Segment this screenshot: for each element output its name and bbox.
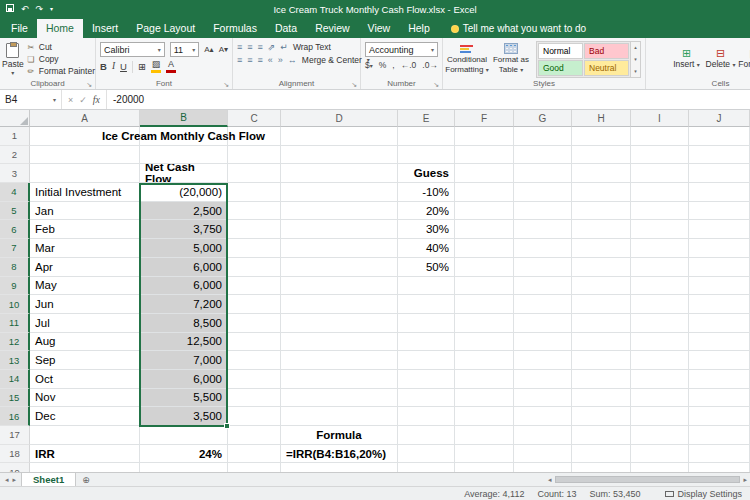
cell-J17[interactable] (689, 426, 750, 445)
ribbon-tab-review[interactable]: Review (306, 19, 358, 38)
align-right-icon[interactable]: ≡ (258, 56, 263, 65)
undo-icon[interactable]: ↶ (21, 5, 29, 14)
cell-D9[interactable] (281, 277, 398, 296)
new-sheet-button[interactable]: ⊕ (76, 473, 96, 486)
cell-I13[interactable] (631, 351, 689, 370)
cell-I18[interactable] (631, 445, 689, 464)
cell-C6[interactable] (228, 220, 281, 239)
cell-F15[interactable] (455, 389, 514, 408)
cell-A7[interactable]: Mar (30, 239, 140, 258)
cancel-icon[interactable]: × (68, 95, 73, 105)
cell-F10[interactable] (455, 295, 514, 314)
format-as-table-button[interactable]: Format as Table ▾ (489, 43, 533, 74)
cell-C12[interactable] (228, 333, 281, 352)
cell-D3[interactable] (281, 164, 398, 183)
cell-G9[interactable] (514, 277, 572, 296)
column-header-E[interactable]: E (398, 110, 455, 127)
cell-E7[interactable]: 40% (398, 239, 455, 258)
column-header-D[interactable]: D (281, 110, 398, 127)
cell-H12[interactable] (572, 333, 631, 352)
cell-C16[interactable] (228, 407, 281, 426)
cell-C8[interactable] (228, 258, 281, 277)
cell-C19[interactable] (228, 463, 281, 472)
row-header-3[interactable]: 3 (0, 164, 30, 183)
cell-A15[interactable]: Nov (30, 389, 140, 408)
cell-G11[interactable] (514, 314, 572, 333)
cell-B5[interactable]: 2,500 (140, 202, 228, 221)
cell-I5[interactable] (631, 202, 689, 221)
cell-F13[interactable] (455, 351, 514, 370)
cell-C10[interactable] (228, 295, 281, 314)
paste-caret-icon[interactable]: ▾ (11, 70, 14, 76)
cell-I7[interactable] (631, 239, 689, 258)
cell-E6[interactable]: 30% (398, 220, 455, 239)
row-header-9[interactable]: 9 (0, 277, 30, 296)
cell-H10[interactable] (572, 295, 631, 314)
redo-icon[interactable]: ↷ (36, 5, 44, 14)
name-box-caret-icon[interactable]: ▾ (53, 96, 56, 103)
cell-E8[interactable]: 50% (398, 258, 455, 277)
cell-H4[interactable] (572, 183, 631, 202)
ribbon-tab-view[interactable]: View (359, 19, 400, 38)
cell-D18[interactable]: =IRR(B4:B16,20%) (281, 445, 398, 464)
cell-C14[interactable] (228, 370, 281, 389)
cell-F8[interactable] (455, 258, 514, 277)
cell-E13[interactable] (398, 351, 455, 370)
cell-J16[interactable] (689, 407, 750, 426)
insert-cells-button[interactable]: ⊞ Insert ▾ (670, 40, 704, 78)
sheet-nav-right-icon[interactable]: ▸ (13, 476, 17, 484)
row-header-14[interactable]: 14 (0, 370, 30, 389)
cell-G7[interactable] (514, 239, 572, 258)
paste-button[interactable]: Paste ▾ (2, 40, 24, 78)
cell-A3[interactable] (30, 164, 140, 183)
cell-G14[interactable] (514, 370, 572, 389)
cell-H6[interactable] (572, 220, 631, 239)
cell-A12[interactable]: Aug (30, 333, 140, 352)
cell-H11[interactable] (572, 314, 631, 333)
cell-G16[interactable] (514, 407, 572, 426)
formula-input[interactable]: -20000 (107, 90, 750, 109)
column-header-B[interactable]: B (140, 110, 228, 127)
sheet-nav-left-icon[interactable]: ◂ (5, 476, 9, 484)
cell-E11[interactable] (398, 314, 455, 333)
cell-B9[interactable]: 6,000 (140, 277, 228, 296)
cell-G15[interactable] (514, 389, 572, 408)
cell-I4[interactable] (631, 183, 689, 202)
merge-center-button[interactable]: Merge & Center (302, 55, 362, 65)
cell-E4[interactable]: -10% (398, 183, 455, 202)
cell-D5[interactable] (281, 202, 398, 221)
cell-G2[interactable] (514, 146, 572, 165)
cell-D4[interactable] (281, 183, 398, 202)
cell-D13[interactable] (281, 351, 398, 370)
borders-button[interactable]: ⊞ (138, 62, 146, 72)
cell-F4[interactable] (455, 183, 514, 202)
fill-color-button[interactable]: ▨ (151, 60, 161, 73)
cell-D17[interactable]: Formula (281, 426, 398, 445)
cell-J1[interactable] (689, 127, 750, 146)
cell-G18[interactable] (514, 445, 572, 464)
cell-A17[interactable] (30, 426, 140, 445)
cell-D14[interactable] (281, 370, 398, 389)
copy-button[interactable]: ❏Copy (26, 54, 95, 64)
cell-J3[interactable] (689, 164, 750, 183)
cell-F2[interactable] (455, 146, 514, 165)
wrap-text-button[interactable]: Wrap Text (293, 42, 331, 52)
cell-H13[interactable] (572, 351, 631, 370)
cell-C2[interactable] (228, 146, 281, 165)
cell-G12[interactable] (514, 333, 572, 352)
scrollbar-thumb[interactable] (555, 476, 741, 483)
ribbon-tab-page-layout[interactable]: Page Layout (127, 19, 204, 38)
alignment-dialog-launcher-icon[interactable]: ↘ (351, 81, 357, 88)
cell-I1[interactable] (631, 127, 689, 146)
row-header-17[interactable]: 17 (0, 426, 30, 445)
ribbon-tab-help[interactable]: Help (399, 19, 439, 38)
cell-B17[interactable] (140, 426, 228, 445)
cell-G8[interactable] (514, 258, 572, 277)
bold-button[interactable]: B (100, 62, 107, 72)
cell-H7[interactable] (572, 239, 631, 258)
cell-D15[interactable] (281, 389, 398, 408)
select-all-corner[interactable] (0, 110, 30, 127)
cell-B16[interactable]: 3,500 (140, 407, 228, 426)
cell-C17[interactable] (228, 426, 281, 445)
cell-E10[interactable] (398, 295, 455, 314)
